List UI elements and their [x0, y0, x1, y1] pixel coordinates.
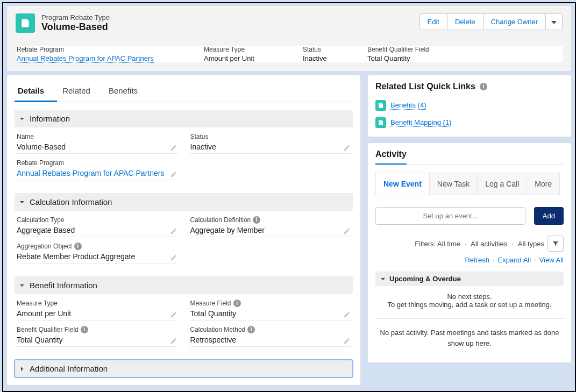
summary-status-label: Status — [303, 46, 346, 53]
event-input[interactable] — [375, 207, 525, 225]
upcoming-body: No next steps. To get things moving, add… — [375, 286, 564, 319]
edit-button[interactable]: Edit — [419, 13, 447, 30]
edit-benefit-qualifier-icon[interactable] — [170, 337, 177, 345]
record-subtitle: Program Rebate Type — [41, 13, 419, 22]
info-icon[interactable]: i — [233, 300, 241, 307]
file-icon — [375, 117, 386, 128]
delete-button[interactable]: Delete — [447, 13, 483, 30]
field-agg-obj-value: Rebate Member Product Aggregate — [17, 250, 177, 263]
quicklink-benefits: Benefits (4) — [375, 97, 564, 114]
related-quick-links-card: Related List Quick Links i Benefits (4) … — [367, 75, 572, 137]
quicklink-benefit-mapping-link[interactable]: Benefit Mapping (1) — [390, 118, 451, 127]
section-information-title: Information — [30, 114, 70, 123]
more-actions-button[interactable] — [546, 13, 563, 30]
section-calculation-title: Calculation Information — [30, 197, 112, 206]
tab-new-event[interactable]: New Event — [375, 173, 430, 195]
field-measure-type-label: Measure Type — [17, 300, 177, 307]
expand-all-link[interactable]: Expand All — [498, 256, 531, 264]
tab-details[interactable]: Details — [15, 81, 57, 102]
add-button[interactable]: Add — [534, 207, 564, 225]
file-icon — [375, 100, 386, 111]
section-information[interactable]: Information — [15, 110, 353, 127]
field-benefit-qualifier-label: Benefit Qualifier Field — [17, 326, 79, 333]
tab-log-call[interactable]: Log a Call — [477, 173, 527, 195]
summary-benefit-qualifier-label: Benefit Qualifier Field — [367, 46, 540, 53]
summary-status-value: Inactive — [303, 54, 346, 62]
summary-row: Rebate Program Annual Rebates Program fo… — [17, 46, 561, 62]
section-benefit-title: Benefit Information — [30, 281, 97, 290]
activity-subtabs: New Event New Task Log a Call More — [375, 173, 564, 195]
header-actions: Edit Delete Change Owner — [419, 13, 563, 30]
field-status-value: Inactive — [190, 140, 351, 154]
no-next-2: To get things moving, add a task or set … — [379, 301, 560, 309]
edit-agg-obj-icon[interactable] — [170, 254, 177, 261]
field-rebate-program-link[interactable]: Annual Rebates Program for APAC Partners — [17, 169, 164, 177]
record-type-icon — [16, 13, 35, 33]
field-calc-type-value: Aggregate Based — [17, 224, 177, 237]
edit-measure-type-icon[interactable] — [170, 311, 177, 318]
summary-rebate-program-label: Rebate Program — [17, 46, 182, 53]
field-measure-type-value: Amount per Unit — [17, 307, 177, 320]
edit-status-icon[interactable] — [343, 144, 351, 152]
summary-rebate-program-link[interactable]: Annual Rebates Program for APAC Partners — [17, 54, 154, 63]
quicklink-benefits-link[interactable]: Benefits (4) — [390, 101, 426, 110]
field-rebate-program-label: Rebate Program — [17, 159, 177, 167]
edit-calc-type-icon[interactable] — [170, 227, 177, 235]
view-all-link[interactable]: View All — [539, 256, 564, 264]
edit-measure-field-icon[interactable] — [343, 311, 351, 318]
activity-title: Activity — [375, 149, 407, 165]
tab-benefits[interactable]: Benefits — [109, 81, 151, 102]
info-icon[interactable]: i — [81, 326, 88, 333]
field-calc-method-label: Calculation Method — [190, 326, 246, 333]
tab-new-task[interactable]: New Task — [429, 173, 478, 195]
record-title: Volume-Based — [41, 22, 419, 33]
field-benefit-qualifier-value: Total Quantity — [17, 333, 177, 347]
edit-calc-def-icon[interactable] — [343, 227, 351, 235]
info-icon[interactable]: i — [480, 83, 487, 90]
field-calc-def-label: Calculation Definition — [190, 216, 251, 224]
tab-more[interactable]: More — [527, 173, 560, 195]
field-calc-def-value: Aggregate by Member — [190, 224, 351, 237]
field-measure-field-value: Total Quantity — [190, 307, 351, 320]
record-tabs: Details Related Benefits — [15, 81, 353, 102]
field-measure-field-label: Measure Field — [190, 300, 231, 307]
info-icon[interactable]: i — [253, 216, 260, 224]
quicklink-benefit-mapping: Benefit Mapping (1) — [375, 114, 564, 131]
field-calc-type-label: Calculation Type — [17, 216, 177, 224]
filter-time: Filters: All time — [415, 240, 460, 248]
summary-benefit-qualifier-value: Total Quantity — [367, 54, 540, 62]
upcoming-title: Upcoming & Overdue — [389, 275, 461, 283]
upcoming-header[interactable]: Upcoming & Overdue — [375, 272, 564, 286]
section-calculation[interactable]: Calculation Information — [15, 193, 353, 211]
summary-measure-type-label: Measure Type — [204, 46, 281, 53]
section-additional[interactable]: Additional Information — [15, 360, 353, 377]
edit-name-icon[interactable] — [170, 144, 177, 152]
refresh-link[interactable]: Refresh — [465, 256, 489, 264]
filter-types: All types — [518, 240, 544, 248]
summary-measure-type-value: Amount per Unit — [204, 54, 281, 62]
field-name-label: Name — [17, 133, 177, 140]
edit-rebate-program-icon[interactable] — [170, 170, 177, 178]
details-panel: Details Related Benefits Information Nam… — [6, 75, 361, 386]
field-status-label: Status — [190, 133, 351, 140]
field-calc-method-value: Retrospective — [190, 333, 351, 347]
record-header: Program Rebate Type Volume-Based Edit De… — [6, 5, 572, 72]
filter-icon[interactable] — [547, 236, 564, 252]
info-icon[interactable]: i — [247, 326, 255, 333]
section-benefit[interactable]: Benefit Information — [15, 276, 353, 294]
no-past-activity: No past activity. Past meetings and task… — [375, 319, 564, 357]
filter-activities: All activities — [471, 240, 507, 248]
activity-card: Activity New Event New Task Log a Call M… — [367, 142, 572, 363]
field-name-value: Volume-Based — [17, 140, 177, 154]
related-quick-links-title: Related List Quick Links — [375, 82, 475, 91]
change-owner-button[interactable]: Change Owner — [483, 13, 546, 30]
tab-related[interactable]: Related — [62, 81, 103, 102]
no-next-1: No next steps. — [379, 293, 560, 301]
edit-calc-method-icon[interactable] — [343, 337, 351, 345]
info-icon[interactable]: i — [74, 243, 82, 250]
section-additional-title: Additional Information — [30, 364, 108, 373]
field-agg-obj-label: Aggregation Object — [17, 243, 72, 250]
